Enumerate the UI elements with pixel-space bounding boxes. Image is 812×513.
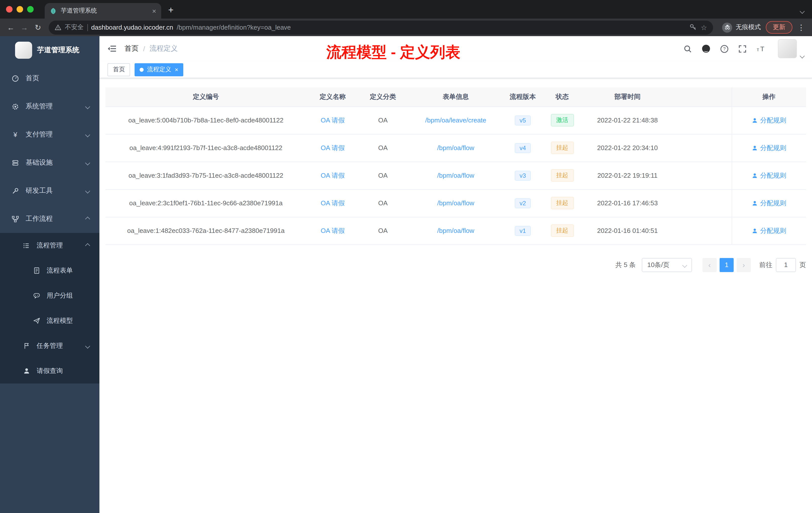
logo-title: 芋道管理系统 bbox=[37, 46, 79, 55]
column-header-category: 定义分类 bbox=[359, 87, 407, 107]
definition-name-link[interactable]: OA 请假 bbox=[321, 172, 345, 179]
current-page-button[interactable]: 1 bbox=[720, 258, 734, 272]
assign-rule-button[interactable]: 分配规则 bbox=[752, 171, 786, 180]
sidebar-toggle-hamburger-icon[interactable] bbox=[108, 45, 116, 53]
window-close-button[interactable] bbox=[6, 6, 12, 12]
table-row: oa_leave:5:004b710b-7b8a-11ec-8ef0-acde4… bbox=[106, 107, 806, 134]
sidebar-item-leave-query[interactable]: 请假查询 bbox=[0, 358, 99, 384]
definition-name-link[interactable]: OA 请假 bbox=[321, 199, 345, 207]
form-link[interactable]: /bpm/oa/flow bbox=[437, 227, 474, 234]
sidebar-item-infrastructure[interactable]: 基础设施 bbox=[0, 149, 99, 177]
not-secure-warning-icon bbox=[55, 24, 61, 31]
breadcrumb-separator: / bbox=[143, 45, 145, 53]
user-icon bbox=[752, 145, 758, 151]
sidebar-item-user-group[interactable]: 用户分组 bbox=[0, 283, 99, 308]
breadcrumb-home[interactable]: 首页 bbox=[124, 44, 139, 53]
assign-rule-button[interactable]: 分配规则 bbox=[752, 143, 786, 152]
cell-category: OA bbox=[359, 107, 407, 134]
tag-label: 流程定义 bbox=[147, 65, 171, 74]
content-area: 定义编号 定义名称 定义分类 表单信息 流程版本 状态 部署时间 操作 bbox=[99, 78, 812, 513]
sidebar-item-label: 流程管理 bbox=[37, 241, 63, 250]
page-size-value: 10条/页 bbox=[647, 260, 669, 269]
sidebar-logo[interactable]: 芋道管理系统 bbox=[0, 36, 99, 64]
user-icon bbox=[752, 117, 758, 123]
cell-deploy-time: 2022-01-16 17:46:53 bbox=[583, 189, 671, 217]
version-badge: v5 bbox=[515, 115, 531, 125]
incognito-indicator: 无痕模式 bbox=[722, 22, 761, 32]
next-page-button[interactable]: › bbox=[737, 258, 751, 272]
font-size-icon[interactable]: тT bbox=[756, 45, 766, 53]
screen: 芋道管理系统 × + ← → ↻ 不安全 dashboard.yudao.ioc… bbox=[0, 0, 812, 513]
sidebar-item-task-management[interactable]: 任务管理 bbox=[0, 333, 99, 358]
password-key-icon[interactable] bbox=[690, 24, 697, 31]
tag-process-definition[interactable]: 流程定义 × bbox=[135, 63, 183, 76]
page-size-select[interactable]: 10条/页 bbox=[642, 258, 692, 272]
goto-page-input[interactable] bbox=[776, 258, 796, 272]
window-minimize-button[interactable] bbox=[17, 6, 23, 12]
fullscreen-icon[interactable] bbox=[738, 44, 747, 53]
help-icon[interactable]: ? bbox=[720, 44, 729, 53]
sidebar-menu: 首页 系统管理 ¥ 支付管理 bbox=[0, 64, 99, 384]
chevron-up-icon bbox=[85, 243, 90, 248]
chrome-update-button[interactable]: 更新 bbox=[766, 21, 792, 34]
window-controls bbox=[0, 6, 40, 12]
list-icon bbox=[22, 242, 31, 249]
url-path: /bpm/manager/definition?key=oa_leave bbox=[177, 24, 291, 31]
sidebar-item-label: 支付管理 bbox=[26, 130, 53, 139]
chevron-down-icon bbox=[85, 104, 90, 109]
reload-button[interactable]: ↻ bbox=[31, 23, 45, 32]
sidebar-item-devtools[interactable]: 研发工具 bbox=[0, 177, 99, 205]
form-link[interactable]: /bpm/oa/flow bbox=[437, 172, 474, 179]
definition-name-link[interactable]: OA 请假 bbox=[321, 116, 345, 124]
browser-menu-kebab-icon[interactable]: ⋮ bbox=[798, 23, 805, 32]
user-avatar-menu[interactable] bbox=[778, 39, 804, 58]
security-label[interactable]: 不安全 bbox=[65, 23, 84, 32]
avatar[interactable] bbox=[778, 39, 797, 58]
column-header-action: 操作 bbox=[732, 87, 806, 107]
new-tab-button[interactable]: + bbox=[168, 5, 174, 16]
sidebar-item-label: 首页 bbox=[26, 74, 39, 83]
chevron-down-icon bbox=[85, 132, 90, 137]
definition-name-link[interactable]: OA 请假 bbox=[321, 227, 345, 234]
back-button[interactable]: ← bbox=[4, 23, 18, 32]
forward-button[interactable]: → bbox=[18, 23, 31, 32]
page-unit-label: 页 bbox=[800, 260, 806, 269]
tab-search-chevron-icon[interactable] bbox=[801, 6, 804, 15]
search-icon[interactable] bbox=[684, 44, 692, 53]
cell-deploy-time: 2022-01-22 20:34:10 bbox=[583, 134, 671, 162]
browser-tab[interactable]: 芋道管理系统 × bbox=[45, 3, 161, 19]
sidebar-item-system[interactable]: 系统管理 bbox=[0, 92, 99, 120]
form-link[interactable]: /bpm/oa/flow bbox=[437, 199, 474, 207]
definition-name-link[interactable]: OA 请假 bbox=[321, 144, 345, 151]
table-row: oa_leave:3:1fad3d93-7b75-11ec-a3c8-acde4… bbox=[106, 162, 806, 189]
chevron-down-icon bbox=[85, 343, 90, 349]
sidebar-item-workflow[interactable]: 工作流程 bbox=[0, 205, 99, 233]
sidebar-item-process-management[interactable]: 流程管理 bbox=[0, 233, 99, 258]
sidebar-item-home[interactable]: 首页 bbox=[0, 64, 99, 92]
form-link[interactable]: /bpm/oa/leave/create bbox=[425, 117, 486, 124]
tab-close-icon[interactable]: × bbox=[152, 7, 156, 14]
tag-home[interactable]: 首页 bbox=[108, 63, 130, 76]
url-divider bbox=[87, 24, 88, 31]
sidebar-item-process-form[interactable]: 流程表单 bbox=[0, 258, 99, 283]
chevron-down-icon bbox=[85, 160, 90, 165]
window-zoom-button[interactable] bbox=[27, 6, 34, 12]
cell-deploy-time: 2022-01-22 19:19:11 bbox=[583, 162, 671, 189]
tag-close-icon[interactable]: × bbox=[175, 66, 178, 73]
sidebar-item-label: 基础设施 bbox=[26, 158, 53, 167]
sidebar-item-label: 请假查询 bbox=[37, 366, 63, 375]
github-icon[interactable] bbox=[701, 44, 710, 53]
url-bar[interactable]: 不安全 dashboard.yudao.iocoder.cn /bpm/mana… bbox=[49, 20, 713, 34]
user-icon bbox=[752, 228, 758, 234]
incognito-label: 无痕模式 bbox=[736, 23, 761, 32]
sidebar-item-payment[interactable]: ¥ 支付管理 bbox=[0, 120, 99, 149]
table-row: oa_leave:4:991f2193-7b7f-11ec-a3c8-acde4… bbox=[106, 134, 806, 162]
bookmark-star-icon[interactable]: ☆ bbox=[701, 23, 707, 31]
assign-rule-button[interactable]: 分配规则 bbox=[752, 226, 786, 235]
assign-rule-button[interactable]: 分配规则 bbox=[752, 116, 786, 125]
goto-label: 前往 bbox=[759, 260, 772, 269]
form-link[interactable]: /bpm/oa/flow bbox=[437, 144, 474, 152]
sidebar-item-process-model[interactable]: 流程模型 bbox=[0, 308, 99, 333]
prev-page-button[interactable]: ‹ bbox=[702, 258, 717, 272]
assign-rule-button[interactable]: 分配规则 bbox=[752, 199, 786, 208]
